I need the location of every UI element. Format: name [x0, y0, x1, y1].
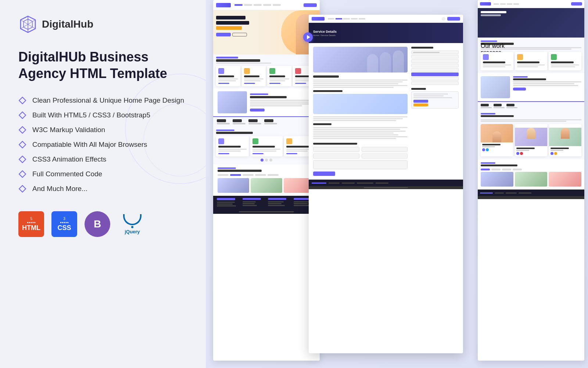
logo-area: DigitalHub	[18, 15, 187, 34]
diamond-icon-1	[18, 96, 26, 105]
sc-logo-placeholder	[216, 3, 231, 7]
sc-left-footer	[213, 196, 320, 209]
sc-right-hero	[478, 8, 584, 38]
feature-item-3: W3C Markup Validation	[18, 126, 187, 134]
sc-center-content	[309, 43, 463, 180]
logo-icon	[18, 15, 37, 34]
brand-name: DigitalHub	[42, 18, 93, 30]
sc-center-navbar	[309, 15, 463, 23]
diamond-icon-3	[18, 126, 26, 134]
features-list: Clean Professional & Unique Home Page De…	[18, 96, 187, 193]
feature-item-1: Clean Professional & Unique Home Page De…	[18, 96, 187, 105]
sc-projects	[213, 164, 320, 196]
play-icon	[307, 35, 310, 39]
sc-right-footer	[478, 190, 584, 196]
jquery-arc-icon	[123, 214, 141, 225]
sc-center-footer	[309, 180, 463, 186]
feature-item-7: And Much More...	[18, 185, 187, 193]
diamond-icon-2	[18, 111, 26, 119]
jquery-dot-icon	[131, 226, 133, 228]
main-title: DigitalHUb Business Agency HTML Template	[18, 49, 187, 82]
svg-marker-11	[19, 185, 26, 192]
play-button[interactable]	[303, 32, 313, 42]
svg-marker-6	[19, 112, 26, 118]
sc-right-team	[478, 110, 584, 159]
bootstrap-badge: B	[85, 211, 110, 237]
left-panel: DigitalHub DigitalHUb Business Agency HT…	[0, 0, 206, 368]
banner-breadcrumb: Home / Service Details	[313, 34, 337, 36]
sc-consulting	[213, 88, 320, 116]
sc-right-stats	[478, 101, 584, 110]
work-process-title: Our work process	[481, 43, 514, 45]
svg-marker-8	[19, 141, 26, 148]
sc-left-hero	[213, 10, 320, 54]
feature-item-4: Compatiable With All Major Browsers	[18, 141, 187, 149]
sc-left-navbar	[213, 0, 320, 10]
sc-work-process: Our work process	[478, 38, 584, 73]
sc-right-navbar	[478, 0, 584, 8]
tech-badges: 5 ●●●●● HTML 3 ●●●●● CSS B jQuery	[18, 211, 187, 237]
jquery-badge: jQuery	[118, 211, 147, 237]
svg-marker-10	[19, 171, 26, 177]
feature-item-5: CSS3 Animation Effects	[18, 155, 187, 163]
css3-badge: 3 ●●●●● CSS	[51, 211, 77, 237]
feature-item-2: Built With HTML5 / CSS3 / Bootstrap5	[18, 111, 187, 119]
diamond-icon-5	[18, 155, 26, 163]
svg-marker-5	[19, 97, 26, 104]
sc-right-projects	[478, 159, 584, 190]
right-panel: Service Details Home / Service Details	[206, 0, 588, 368]
diamond-icon-7	[18, 185, 26, 193]
screenshot-right: Our work process	[478, 0, 584, 361]
sc-service-banner: Service Details Home / Service Details	[309, 23, 463, 43]
sc-what-we-do	[213, 54, 320, 88]
html5-badge: 5 ●●●●● HTML	[18, 211, 44, 237]
svg-marker-7	[19, 127, 26, 133]
diamond-icon-4	[18, 141, 26, 149]
sc-stats	[213, 116, 320, 127]
feature-item-6: Full Commented Code	[18, 170, 187, 178]
sc-right-consulting	[478, 73, 584, 101]
screenshot-center: Service Details Home / Service Details	[309, 15, 463, 353]
sc-our-services	[213, 127, 320, 164]
diamond-icon-6	[18, 170, 26, 178]
screenshot-left	[213, 0, 320, 361]
sc-nav-links	[234, 4, 281, 6]
svg-marker-9	[19, 156, 26, 163]
banner-title: Service Details	[313, 30, 337, 33]
